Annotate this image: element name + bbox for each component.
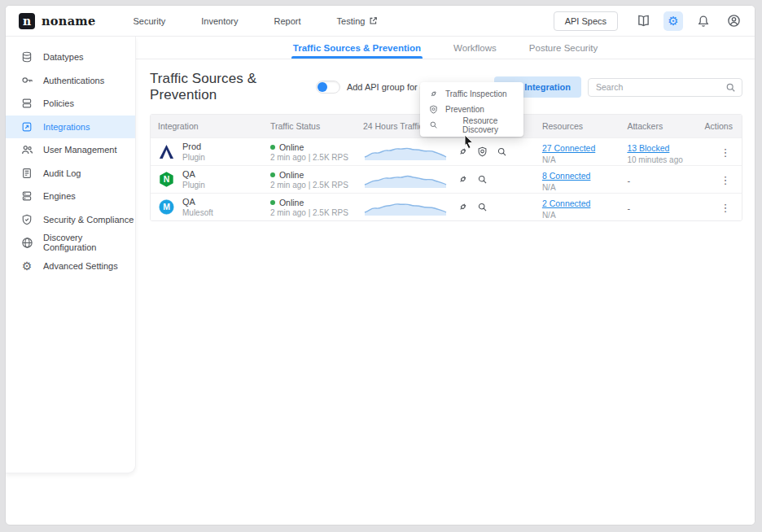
resource-discovery-magnifier-icon[interactable] bbox=[477, 202, 488, 212]
resources-link[interactable]: 2 Connected bbox=[542, 198, 591, 208]
table-row: N QA Plugin Online 2 min ago | 2.5K RPS bbox=[151, 165, 742, 193]
mulesoft-logo: M bbox=[158, 198, 175, 216]
top-bar: n noname Security Inventory Report Testi… bbox=[6, 6, 755, 37]
topbar-actions: API Specs ⚙ bbox=[554, 11, 743, 31]
menu-item-prevention[interactable]: Prevention bbox=[420, 102, 523, 117]
tab-posture-security[interactable]: Posture Security bbox=[528, 37, 599, 59]
tab-workflows[interactable]: Workflows bbox=[452, 37, 498, 59]
traffic-status-cell: Online 2 min ago | 2.5K RPS bbox=[263, 198, 356, 217]
resources-sub: N/A bbox=[542, 183, 620, 192]
brand[interactable]: n noname bbox=[19, 13, 96, 29]
policies-icon bbox=[20, 98, 33, 109]
attackers-link[interactable]: 13 Blocked bbox=[627, 143, 669, 153]
col-integration: Integration bbox=[151, 121, 263, 131]
sidebar-item-integrations[interactable]: Integrations bbox=[6, 116, 135, 139]
resource-discovery-magnifier-icon[interactable] bbox=[497, 146, 507, 157]
svg-text:M: M bbox=[163, 202, 170, 211]
row-actions-menu-icon[interactable]: ⋮ bbox=[716, 174, 736, 186]
sidebar-item-audit-log[interactable]: Audit Log bbox=[6, 162, 135, 185]
sidebar-item-policies[interactable]: Policies bbox=[6, 92, 135, 116]
resource-discovery-magnifier-icon[interactable] bbox=[477, 174, 488, 185]
tab-traffic-sources-prevention[interactable]: Traffic Sources & Prevention bbox=[291, 37, 423, 59]
sidebar-item-datatypes[interactable]: Datatypes bbox=[6, 46, 135, 69]
notifications-bell-icon[interactable] bbox=[694, 11, 713, 31]
tab-bar: Traffic Sources & Prevention Workflows P… bbox=[136, 37, 755, 59]
sidebar-item-advanced-settings[interactable]: ⚙ Advanced Settings bbox=[6, 255, 135, 278]
traffic-sparkline bbox=[363, 143, 448, 161]
sidebar-item-user-management[interactable]: User Management bbox=[6, 138, 135, 162]
resources-cell: 8 Connected N/A bbox=[535, 168, 620, 192]
actions-cell: ⋮ bbox=[698, 172, 742, 187]
status-detail: 2 min ago | 2.5K RPS bbox=[270, 181, 356, 190]
nginx-logo: N bbox=[158, 171, 175, 188]
traffic-sparkline bbox=[363, 198, 448, 216]
traffic-sparkline-cell bbox=[356, 143, 450, 161]
resources-link[interactable]: 27 Connected bbox=[542, 143, 595, 153]
docs-book-icon[interactable] bbox=[633, 11, 653, 31]
nav-testing-label: Testing bbox=[337, 16, 366, 26]
abilities-cell bbox=[450, 174, 535, 185]
traffic-inspection-plug-icon[interactable] bbox=[458, 146, 468, 157]
resources-sub: N/A bbox=[542, 211, 620, 220]
datatypes-icon bbox=[20, 51, 33, 63]
sidebar-item-label: Engines bbox=[43, 191, 76, 201]
col-actions: Actions bbox=[698, 121, 742, 131]
sidebar-item-label: User Management bbox=[43, 145, 117, 155]
prevention-shield-icon[interactable] bbox=[477, 146, 488, 157]
abilities-cell bbox=[450, 146, 535, 157]
online-status-dot bbox=[270, 172, 275, 177]
traffic-inspection-plug-icon[interactable] bbox=[458, 174, 468, 185]
toggle-knob bbox=[318, 82, 327, 92]
integration-type: Plugin bbox=[182, 181, 205, 190]
integration-cell: N QA Plugin bbox=[151, 168, 263, 190]
row-actions-menu-icon[interactable]: ⋮ bbox=[716, 146, 736, 159]
table-row: Prod Plugin Online 2 min ago | 2.5K RPS bbox=[151, 137, 742, 165]
search-input[interactable] bbox=[596, 82, 725, 92]
attackers-empty: - bbox=[627, 176, 630, 185]
integration-cell: M QA Mulesoft bbox=[151, 196, 263, 217]
online-status-dot bbox=[270, 200, 275, 205]
traffic-inspection-plug-icon[interactable] bbox=[458, 202, 468, 212]
menu-item-resource-discovery[interactable]: Resource Discovery bbox=[420, 117, 523, 133]
sidebar-item-label: Datatypes bbox=[43, 52, 84, 62]
menu-item-label: Resource Discovery bbox=[445, 116, 515, 134]
account-icon[interactable] bbox=[724, 11, 743, 31]
menu-item-traffic-inspection[interactable]: Traffic Inspection bbox=[420, 86, 523, 102]
api-specs-button[interactable]: API Specs bbox=[554, 11, 618, 31]
attackers-cell: 13 Blocked 10 minutes ago bbox=[620, 140, 697, 164]
attackers-cell: - bbox=[620, 200, 697, 215]
status-text: Online bbox=[279, 198, 304, 207]
resources-link[interactable]: 8 Connected bbox=[542, 171, 591, 181]
attackers-cell: - bbox=[620, 172, 697, 187]
integrations-icon bbox=[20, 121, 33, 133]
discovery-configuration-globe-icon bbox=[20, 237, 33, 249]
page-title: Traffic Sources & Prevention bbox=[150, 71, 316, 103]
attackers-sub: 10 minutes ago bbox=[627, 155, 697, 164]
security-compliance-shield-icon bbox=[20, 214, 33, 225]
nav-security[interactable]: Security bbox=[134, 16, 166, 26]
prod-navy-logo bbox=[158, 143, 175, 160]
nav-inventory[interactable]: Inventory bbox=[201, 16, 238, 26]
integration-name: QA bbox=[182, 168, 205, 180]
nav-testing[interactable]: Testing bbox=[337, 16, 379, 26]
sidebar-item-label: Audit Log bbox=[43, 168, 81, 178]
row-actions-menu-icon[interactable]: ⋮ bbox=[716, 202, 736, 214]
online-status-dot bbox=[270, 145, 275, 150]
sidebar: Datatypes Authentications Policies Integ… bbox=[6, 37, 136, 473]
resources-cell: 27 Connected N/A bbox=[535, 140, 620, 164]
sidebar-item-engines[interactable]: Engines bbox=[6, 185, 135, 208]
settings-gear-icon[interactable]: ⚙ bbox=[663, 11, 683, 31]
sidebar-item-label: Authentications bbox=[43, 76, 104, 85]
sidebar-item-label: Integrations bbox=[43, 122, 90, 132]
col-resources: Resources bbox=[535, 121, 620, 131]
app-window: n noname Security Inventory Report Testi… bbox=[5, 5, 755, 525]
sidebar-item-security-compliance[interactable]: Security & Compliance bbox=[6, 208, 135, 232]
prevention-shield-icon bbox=[428, 105, 438, 114]
sidebar-item-discovery-configuration[interactable]: Discovery Configuration bbox=[6, 231, 135, 255]
sidebar-item-authentications[interactable]: Authentications bbox=[6, 69, 135, 93]
add-api-group-toggle[interactable] bbox=[316, 81, 340, 94]
nav-report[interactable]: Report bbox=[274, 16, 301, 26]
menu-item-label: Prevention bbox=[445, 105, 484, 114]
resource-discovery-magnifier-icon bbox=[428, 120, 438, 129]
traffic-sparkline bbox=[363, 171, 448, 189]
